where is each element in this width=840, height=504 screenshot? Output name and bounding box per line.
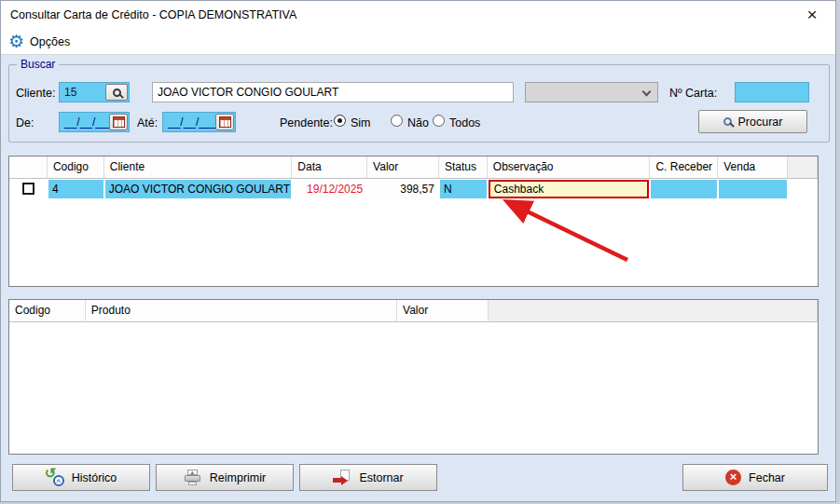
row-cliente-cell[interactable]: JOAO VICTOR CONGIO GOULART — [104, 179, 293, 199]
search-icon — [723, 117, 732, 126]
col-header-prod-filler — [489, 300, 818, 322]
procurar-button-label: Procurar — [738, 116, 783, 129]
reimprimir-button-label: Reimprimir — [210, 471, 266, 484]
observacao-value: Cashback — [489, 180, 650, 198]
menu-item-opcoes[interactable]: ⚙ Opções — [8, 31, 76, 52]
cliente-value: JOAO VICTOR CONGIO GOULART — [105, 180, 292, 198]
filter-combobox[interactable] — [525, 82, 658, 102]
menu-opcoes-label: Opções — [30, 35, 70, 48]
row-status-cell[interactable]: N — [439, 179, 488, 199]
cliente-name-field: JOAO VICTOR CONGIO GOULART — [152, 82, 514, 102]
row-valor-cell[interactable]: 398,57 — [367, 179, 439, 199]
de-label: De: — [16, 116, 34, 129]
row-codigo-cell[interactable]: 4 — [48, 179, 104, 199]
date-from-calendar-button[interactable] — [109, 114, 128, 130]
row-data-cell[interactable]: 19/12/2025 — [292, 179, 367, 199]
procurar-button[interactable]: Procurar — [698, 110, 807, 133]
title-bar: Consultar Carta de Crédito - COPIA DEMON… — [1, 1, 835, 29]
col-header-check — [9, 157, 48, 179]
printer-icon: ▲ — [184, 470, 202, 485]
radio-sim-label: Sim — [351, 116, 371, 129]
calendar-icon — [219, 116, 231, 128]
row-checkbox[interactable] — [22, 183, 34, 195]
date-to-calendar-button[interactable] — [215, 114, 234, 130]
dialog-window: Consultar Carta de Crédito - COPIA DEMON… — [0, 0, 836, 502]
chevron-down-icon — [642, 88, 652, 97]
reimprimir-button[interactable]: ▲ Reimprimir — [156, 464, 294, 491]
radio-nao-label: Não — [407, 116, 429, 129]
codigo-value: 4 — [48, 180, 103, 198]
ate-label: Até: — [137, 116, 158, 129]
fechar-button[interactable]: × Fechar — [682, 464, 828, 491]
col-header-status: Status — [439, 157, 488, 179]
venda-value — [719, 180, 787, 198]
historico-button[interactable]: ↺ ^ Histórico — [12, 464, 150, 491]
pendente-label: Pendente: — [280, 116, 333, 129]
historico-button-label: Histórico — [72, 471, 117, 484]
search-icon — [113, 89, 121, 97]
col-header-prod-codigo: Codigo — [9, 300, 86, 322]
col-header-creceber: C. Receber — [650, 157, 718, 179]
products-grid: Codigo Produto Valor — [8, 299, 819, 455]
col-header-filler — [788, 157, 818, 179]
col-header-prod-valor: Valor — [397, 300, 489, 322]
ncarta-input[interactable] — [735, 82, 809, 102]
estornar-arrow-icon — [333, 470, 351, 486]
col-header-valor: Valor — [367, 157, 439, 179]
row-observacao-cell[interactable]: Cashback — [488, 179, 651, 199]
row-check-cell — [9, 179, 48, 199]
status-value: N — [440, 180, 487, 198]
close-circle-icon: × — [725, 470, 741, 485]
row-venda-cell[interactable] — [718, 179, 788, 199]
radio-sim[interactable] — [334, 115, 346, 127]
calendar-icon — [113, 116, 125, 128]
ncarta-label: Nº Carta: — [669, 87, 717, 100]
col-header-observacao: Observação — [488, 157, 651, 179]
products-grid-header: Codigo Produto Valor — [9, 300, 818, 322]
cliente-search-button[interactable] — [105, 84, 128, 101]
results-grid: Codigo Cliente Data Valor Status Observa… — [8, 156, 819, 287]
creceber-value — [651, 180, 717, 198]
cliente-label: Cliente: — [16, 87, 55, 100]
radio-nao[interactable] — [391, 115, 403, 127]
estornar-button[interactable]: Estornar — [299, 464, 437, 491]
radio-todos[interactable] — [433, 115, 445, 127]
col-header-cliente: Cliente — [104, 157, 293, 179]
gear-icon: ⚙ — [8, 33, 24, 50]
col-header-data: Data — [292, 157, 367, 179]
radio-todos-label: Todos — [449, 116, 480, 129]
row-filler-cell — [788, 179, 818, 199]
estornar-button-label: Estornar — [359, 471, 403, 484]
col-header-produto: Produto — [86, 300, 397, 322]
window-title: Consultar Carta de Crédito - COPIA DEMON… — [10, 8, 296, 21]
window-close-icon[interactable]: × — [802, 5, 822, 25]
menu-bar: ⚙ Opções — [1, 29, 835, 55]
fechar-button-label: Fechar — [749, 471, 785, 484]
buscar-group-label: Buscar — [17, 58, 59, 71]
row-creceber-cell[interactable] — [650, 179, 718, 199]
col-header-venda: Venda — [718, 157, 788, 179]
valor-value: 398,57 — [368, 180, 438, 198]
data-value: 19/12/2025 — [293, 180, 366, 198]
table-row: 4 JOAO VICTOR CONGIO GOULART 19/12/2025 … — [9, 179, 818, 199]
history-icon: ↺ ^ — [46, 470, 64, 486]
results-grid-header: Codigo Cliente Data Valor Status Observa… — [9, 157, 818, 179]
col-header-codigo: Codigo — [48, 157, 104, 179]
